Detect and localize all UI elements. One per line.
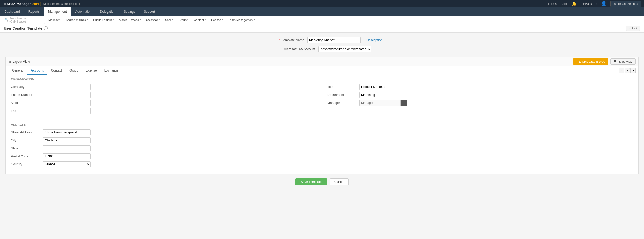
plus-badge: ) bbox=[40, 2, 41, 6]
nav-reports[interactable]: Reports bbox=[24, 7, 44, 16]
tabs-next-button[interactable]: › bbox=[625, 68, 630, 73]
search-placeholder: Search Action (Ctrl+Space) bbox=[9, 17, 43, 23]
fax-label: Fax bbox=[11, 109, 43, 113]
org-right-col: Title Department Manager + bbox=[327, 84, 633, 116]
account-row: Microsoft 365 Account pgsoftwareeurope.o… bbox=[273, 46, 371, 52]
postal-code-input[interactable] bbox=[43, 153, 91, 159]
street-address-row: Street Address bbox=[11, 129, 633, 135]
organization-grid: Company Phone Number Mobile Fax bbox=[11, 84, 633, 116]
top-bar-left: ⊞ M365 Manager Plus ) Management & Repor… bbox=[3, 2, 80, 6]
cancel-button[interactable]: Cancel bbox=[330, 178, 349, 185]
settings-icon: ⚙ bbox=[614, 2, 617, 6]
phone-number-input[interactable] bbox=[43, 92, 91, 98]
account-select[interactable]: pgsoftwareeurope.onmicrosoft.com bbox=[318, 46, 371, 52]
shared-mailbox-dropdown[interactable]: Shared Mailbox ▾ bbox=[64, 18, 90, 22]
street-address-input[interactable] bbox=[43, 129, 91, 135]
tabs-expand-button[interactable]: ▾ bbox=[630, 68, 636, 73]
notification-icon[interactable]: 🔔 bbox=[572, 2, 576, 6]
template-fields: * Template Name Description Microsoft 36… bbox=[5, 37, 639, 52]
search-box[interactable]: 🔍 Search Action (Ctrl+Space) bbox=[3, 16, 45, 24]
template-name-label: * Template Name bbox=[262, 38, 304, 42]
organization-title: Organization bbox=[11, 78, 633, 81]
nav-dashboard[interactable]: Dashboard bbox=[0, 7, 24, 16]
template-name-input[interactable] bbox=[307, 37, 361, 43]
talkback-link[interactable]: TalkBack bbox=[580, 2, 592, 5]
grid-icon: ⊞ bbox=[3, 2, 6, 6]
department-input[interactable] bbox=[359, 92, 407, 98]
license-chevron-icon: ▾ bbox=[222, 19, 223, 21]
tabs-bar: General Account Contact Group License Ex… bbox=[6, 66, 638, 75]
fax-input[interactable] bbox=[43, 108, 91, 114]
enable-drag-button[interactable]: + Enable Drag-n-Drop bbox=[573, 58, 608, 65]
phone-number-label: Phone Number bbox=[11, 93, 43, 97]
address-section: Address Street Address City State Postal… bbox=[6, 120, 638, 174]
tab-license[interactable]: License bbox=[82, 66, 100, 75]
save-template-button[interactable]: Save Template bbox=[295, 178, 327, 185]
phone-number-row: Phone Number bbox=[11, 92, 317, 98]
city-label: City bbox=[11, 139, 43, 142]
state-row: State bbox=[11, 145, 633, 151]
team-management-chevron-icon: ▾ bbox=[254, 19, 255, 21]
tab-group[interactable]: Group bbox=[66, 66, 82, 75]
rules-view-button[interactable]: ☰ Rules View bbox=[610, 58, 636, 65]
top-bar-menu-label[interactable]: Management & Reporting bbox=[43, 2, 77, 5]
contact-chevron-icon: ▾ bbox=[205, 19, 206, 21]
public-folders-chevron-icon: ▾ bbox=[113, 19, 114, 21]
mailbox-dropdown[interactable]: Mailbox ▾ bbox=[46, 18, 63, 22]
tenant-settings-button[interactable]: ⚙ Tenant Settings bbox=[610, 1, 641, 7]
public-folders-dropdown[interactable]: Public Folders ▾ bbox=[91, 18, 116, 22]
nav-support[interactable]: Support bbox=[139, 7, 159, 16]
app-name: M365 Manager Plus bbox=[7, 2, 39, 6]
layout-grid-icon bbox=[8, 60, 11, 64]
mobile-label: Mobile bbox=[11, 101, 43, 105]
nav-management[interactable]: Management bbox=[44, 7, 71, 16]
tab-account[interactable]: Account bbox=[27, 66, 47, 75]
nav-settings[interactable]: Settings bbox=[119, 7, 139, 16]
mobile-row: Mobile bbox=[11, 100, 317, 106]
mobile-input[interactable] bbox=[43, 100, 91, 106]
team-management-dropdown[interactable]: Team Management ▾ bbox=[226, 18, 257, 22]
contact-dropdown[interactable]: Contact ▾ bbox=[192, 18, 208, 22]
footer-actions: Save Template Cancel bbox=[5, 174, 639, 190]
calendar-dropdown[interactable]: Calendar ▾ bbox=[144, 18, 162, 22]
company-input[interactable] bbox=[43, 84, 91, 90]
group-chevron-icon: ▾ bbox=[187, 19, 188, 21]
nav-delegation[interactable]: Delegation bbox=[96, 7, 119, 16]
layout-view-actions: + Enable Drag-n-Drop ☰ Rules View bbox=[573, 58, 636, 65]
tab-exchange[interactable]: Exchange bbox=[101, 66, 122, 75]
city-input[interactable] bbox=[43, 137, 91, 143]
tab-general[interactable]: General bbox=[8, 66, 27, 75]
license-link[interactable]: License bbox=[548, 2, 558, 5]
fax-row: Fax bbox=[11, 108, 317, 114]
back-button[interactable]: ‹ Back bbox=[626, 26, 640, 31]
organization-section: Organization Company Phone Number Mobile bbox=[6, 75, 638, 120]
title-input[interactable] bbox=[359, 84, 407, 90]
group-dropdown[interactable]: Group ▾ bbox=[176, 18, 191, 22]
country-select[interactable]: France bbox=[43, 161, 91, 167]
description-link[interactable]: Description bbox=[366, 38, 382, 42]
mobile-devices-dropdown[interactable]: Mobile Devices ▾ bbox=[117, 18, 143, 22]
tabs-prev-button[interactable]: ‹ bbox=[619, 68, 624, 73]
country-row: Country France bbox=[11, 161, 633, 167]
nav-automation[interactable]: Automation bbox=[71, 7, 96, 16]
postal-code-label: Postal Code bbox=[11, 154, 43, 158]
state-input[interactable] bbox=[43, 145, 91, 151]
back-chevron-icon: ‹ bbox=[629, 27, 630, 30]
manager-add-button[interactable]: + bbox=[401, 100, 407, 106]
license-dropdown[interactable]: License ▾ bbox=[209, 18, 225, 22]
info-icon[interactable]: i bbox=[44, 26, 48, 30]
user-dropdown[interactable]: User ▾ bbox=[163, 18, 175, 22]
help-link[interactable]: ? bbox=[596, 2, 597, 5]
jobs-link[interactable]: Jobs bbox=[562, 2, 568, 5]
manager-input[interactable] bbox=[359, 100, 401, 106]
rules-icon: ☰ bbox=[614, 60, 617, 63]
plus-icon: + bbox=[576, 60, 578, 63]
title-label: Title bbox=[327, 85, 359, 89]
user-chevron-icon: ▾ bbox=[172, 19, 173, 21]
content-area: * Template Name Description Microsoft 36… bbox=[0, 33, 644, 239]
tab-contact[interactable]: Contact bbox=[47, 66, 66, 75]
user-avatar[interactable]: 👤 bbox=[601, 1, 607, 7]
menu-chevron-icon: ▾ bbox=[79, 2, 80, 5]
street-address-label: Street Address bbox=[11, 131, 43, 134]
top-bar-right: License Jobs 🔔 TalkBack ? 👤 ⚙ Tenant Set… bbox=[548, 1, 641, 7]
